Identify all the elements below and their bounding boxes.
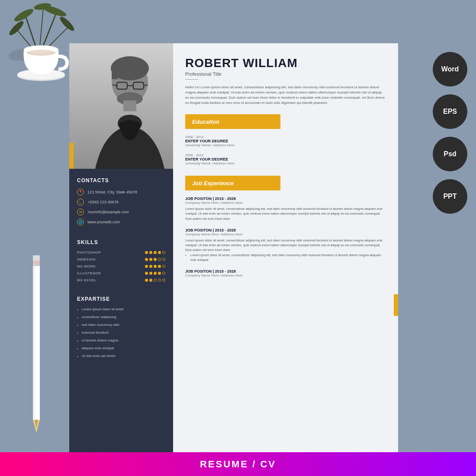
dot — [145, 272, 148, 275]
eps-button[interactable]: EPS — [433, 94, 467, 129]
svg-point-6 — [13, 7, 35, 24]
phone-icon: 📞 — [77, 199, 84, 206]
dot — [154, 265, 157, 268]
cup-decoration — [13, 26, 69, 82]
dot — [154, 251, 157, 254]
expertise-item: • Ut wisi enim ad minim — [77, 354, 165, 358]
expertise-item: • euismod tincidunt — [77, 331, 165, 335]
resume-name: ROBERT WILLIAM — [185, 56, 386, 70]
skill-msexcel: MS EXCEL — [77, 278, 165, 282]
dot — [158, 272, 161, 275]
edu-degree: ENTER YOUR DEGREE — [185, 157, 386, 161]
job-company: Company Name Here / Address Here — [185, 232, 386, 236]
expertise-text: Lorem ipsum dolor sit amet — [82, 307, 123, 311]
bottom-banner-text: RESUME / CV — [200, 459, 276, 470]
resume-document: CONTACTS 📍 123 Street, City, State 45678… — [69, 43, 398, 463]
dot — [162, 258, 165, 261]
dot — [158, 279, 161, 282]
dot — [162, 279, 165, 282]
svg-rect-26 — [112, 68, 118, 79]
expertise-title: EXPARTISE — [77, 296, 165, 302]
bottom-banner: RESUME / CV — [0, 452, 476, 476]
svg-point-14 — [27, 50, 55, 56]
svg-rect-20 — [33, 264, 40, 266]
expertise-item: • onsectetuer adipiscing — [77, 315, 165, 319]
dot — [158, 251, 161, 254]
contact-email: ✉ YourInfo@example.com — [77, 209, 165, 215]
contacts-title: CONTACTS — [77, 177, 165, 183]
pencil-decoration — [30, 251, 42, 433]
expertise-section: EXPARTISE • Lorem ipsum dolor sit amet •… — [69, 289, 173, 463]
contact-phone: 📞 +(000) 123-45678 — [77, 199, 165, 206]
job-entry-3: JOB POSITON | 2015 - 2028 Company Name H… — [185, 269, 386, 277]
edu-degree: ENTER YOUR DEGREE — [185, 139, 386, 143]
svg-rect-21 — [33, 255, 40, 261]
education-header-text: Education — [192, 119, 219, 125]
expertise-text: aliquam erat volutpat — [82, 346, 114, 350]
skill-name: MS EXCEL — [77, 278, 107, 282]
skill-photoshop: PHOTOSHOP — [77, 251, 165, 254]
dot — [154, 279, 157, 282]
job-company: Company Name Here / Address Here — [185, 273, 386, 277]
job-entry-1: JOB POSITON | 2015 - 2028 Company Name H… — [185, 196, 386, 221]
job-desc: Lorem ipsum dolor sit amet, consectetuer… — [185, 206, 386, 221]
dot — [154, 258, 157, 261]
skill-dots — [145, 272, 165, 275]
dot — [145, 265, 148, 268]
svg-rect-33 — [123, 100, 136, 111]
dot — [149, 265, 152, 268]
skill-dots — [145, 279, 165, 282]
dot — [162, 265, 165, 268]
address-text: 123 Street, City, State 45678 — [87, 190, 137, 194]
resume-main: ROBERT WILLIAM Professional Title Hello!… — [173, 43, 398, 463]
expertise-text: sed diam nonummy nibh — [82, 323, 119, 327]
experience-header-text: Job Experience — [192, 180, 234, 187]
ppt-button[interactable]: PPT — [433, 179, 467, 214]
skill-indesign: INDESIGN — [77, 257, 165, 261]
photo-area — [69, 43, 173, 169]
edu-school: University Name / Address Here — [185, 143, 386, 147]
dot — [145, 251, 148, 254]
contacts-section: CONTACTS 📍 123 Street, City, State 45678… — [69, 169, 173, 233]
psd-button[interactable]: Psd — [433, 137, 467, 171]
expertise-text: euismod tincidunt — [82, 331, 109, 334]
expertise-item: • aliquam erat volutpat — [77, 346, 165, 351]
ppt-label: PPT — [443, 193, 457, 200]
web-text: www.yourweb.com — [87, 220, 120, 224]
edu-year: 2008 - 2012 — [185, 135, 386, 139]
experience-header: Job Experience — [185, 176, 280, 190]
edu-year: 2008 - 2012 — [185, 153, 386, 157]
dot — [162, 251, 165, 254]
email-icon: ✉ — [77, 209, 84, 215]
skill-name: MS WORD — [77, 264, 107, 268]
expertise-item: • ut laoreet dolore magna — [77, 338, 165, 343]
job-title: JOB POSITON | 2015 - 2028 — [185, 228, 386, 232]
dot — [145, 258, 148, 261]
phone-text: +(000) 123-45678 — [87, 200, 119, 204]
title-divider — [185, 79, 198, 80]
word-button[interactable]: Word — [433, 52, 467, 87]
skill-msword: MS WORD — [77, 264, 165, 268]
edu-entry-1: 2008 - 2012 ENTER YOUR DEGREE University… — [185, 135, 386, 147]
job-desc: Lorem ipsum dolor sit amet, consectetuer… — [185, 238, 386, 253]
dot — [162, 272, 165, 275]
web-icon: 🌐 — [77, 219, 84, 225]
dot — [154, 272, 157, 275]
resume-title: Professional Title — [185, 71, 386, 77]
edu-entry-2: 2008 - 2012 ENTER YOUR DEGREE University… — [185, 153, 386, 165]
word-label: Word — [441, 65, 459, 73]
dot — [158, 258, 161, 261]
resume-sidebar: CONTACTS 📍 123 Street, City, State 45678… — [69, 43, 173, 463]
skill-illustrator: ILLUSTRAOR — [77, 271, 165, 275]
eps-label: EPS — [443, 108, 457, 116]
email-text: YourInfo@example.com — [87, 210, 129, 214]
skills-title: SKILLS — [77, 239, 165, 245]
contact-web: 🌐 www.yourweb.com — [77, 219, 165, 225]
skill-name: INDESIGN — [77, 257, 107, 261]
dot — [149, 251, 152, 254]
expertise-item: • sed diam nonummy nibh — [77, 323, 165, 327]
address-icon: 📍 — [77, 189, 84, 196]
expertise-text: onsectetuer adipiscing — [82, 315, 116, 319]
resume-bio: Hello! I'm Lorem ipsum dolor sit amet, c… — [185, 85, 386, 106]
svg-rect-16 — [33, 264, 35, 420]
